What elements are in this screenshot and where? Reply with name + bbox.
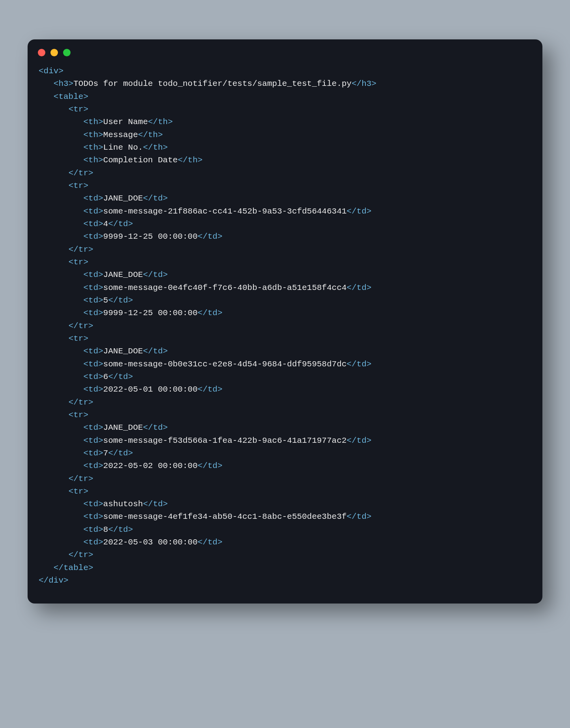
- close-icon[interactable]: [38, 49, 45, 56]
- maximize-icon[interactable]: [63, 49, 71, 56]
- titlebar: [28, 39, 542, 59]
- minimize-icon[interactable]: [50, 49, 58, 56]
- terminal-window: <div> <h3>TODOs for module todo_notifier…: [28, 39, 542, 604]
- code-block: <div> <h3>TODOs for module todo_notifier…: [28, 59, 542, 604]
